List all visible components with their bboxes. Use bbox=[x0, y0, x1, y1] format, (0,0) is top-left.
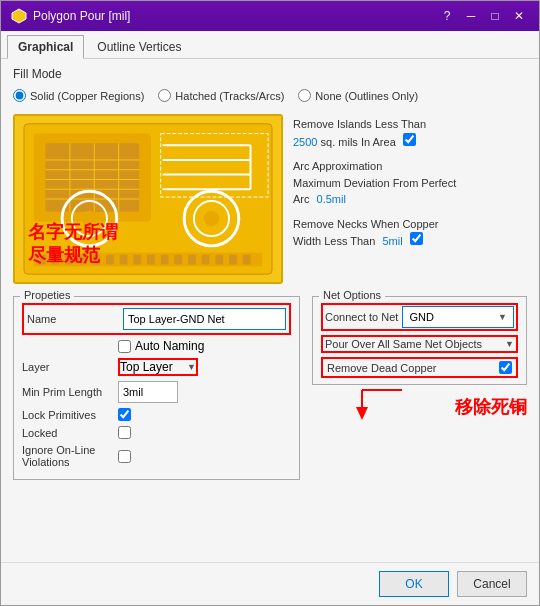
polygon-icon bbox=[11, 8, 27, 24]
right-info-panel: Remove Islands Less Than 2500 sq. mils I… bbox=[293, 114, 527, 284]
locked-label: Locked bbox=[22, 427, 112, 439]
net-options-section: Net Options Connect to Net GND ▼ Pour Ov… bbox=[312, 292, 527, 435]
title-bar: Polygon Pour [mil] ? ─ □ ✕ bbox=[1, 1, 539, 31]
net-options-box: Net Options Connect to Net GND ▼ Pour Ov… bbox=[312, 296, 527, 385]
pour-over-row: Pour Over All Same Net Objects ▼ bbox=[321, 335, 518, 353]
arc-approximation-info: Arc Approximation Maximum Deviation From… bbox=[293, 156, 527, 210]
tab-graphical[interactable]: Graphical bbox=[7, 35, 84, 59]
radio-hatched-input[interactable] bbox=[158, 89, 171, 102]
name-row: Name bbox=[22, 303, 291, 335]
lock-primitives-label: Lock Primitives bbox=[22, 409, 112, 421]
props-and-net: Propeties Name Auto Naming Layer bbox=[13, 292, 527, 480]
svg-rect-37 bbox=[188, 255, 196, 265]
help-button[interactable]: ? bbox=[437, 8, 457, 24]
remove-dead-checkbox[interactable] bbox=[499, 361, 512, 374]
bottom-bar: OK Cancel bbox=[1, 562, 539, 605]
minimize-button[interactable]: ─ bbox=[461, 8, 481, 24]
svg-rect-39 bbox=[215, 255, 223, 265]
radio-solid-input[interactable] bbox=[13, 89, 26, 102]
radio-solid[interactable]: Solid (Copper Regions) bbox=[13, 89, 144, 102]
connect-dropdown[interactable]: GND ▼ bbox=[402, 306, 514, 328]
svg-rect-35 bbox=[161, 255, 169, 265]
svg-text:名字无所谓: 名字无所谓 bbox=[27, 221, 118, 242]
main-content: Fill Mode Solid (Copper Regions) Hatched… bbox=[1, 59, 539, 562]
auto-naming-row: Auto Naming bbox=[118, 339, 291, 353]
connect-dropdown-arrow: ▼ bbox=[498, 312, 507, 322]
svg-rect-34 bbox=[147, 255, 155, 265]
remove-islands-info: Remove Islands Less Than 2500 sq. mils I… bbox=[293, 114, 527, 152]
connect-label: Connect to Net bbox=[325, 311, 398, 323]
tab-outline-vertices[interactable]: Outline Vertices bbox=[86, 35, 192, 58]
properties-box: Propeties Name Auto Naming Layer bbox=[13, 296, 300, 480]
ok-button[interactable]: OK bbox=[379, 571, 449, 597]
properties-section: Propeties Name Auto Naming Layer bbox=[13, 292, 300, 480]
title-bar-left: Polygon Pour [mil] bbox=[11, 8, 130, 24]
lock-primitives-row: Lock Primitives bbox=[22, 408, 291, 421]
fill-mode-label: Fill Mode bbox=[13, 67, 527, 81]
auto-naming-checkbox[interactable] bbox=[118, 340, 131, 353]
radio-none[interactable]: None (Outlines Only) bbox=[298, 89, 418, 102]
svg-rect-40 bbox=[229, 255, 237, 265]
svg-rect-32 bbox=[120, 255, 128, 265]
remove-dead-row: Remove Dead Copper bbox=[321, 357, 518, 378]
auto-naming-label: Auto Naming bbox=[135, 339, 204, 353]
svg-rect-33 bbox=[133, 255, 141, 265]
svg-rect-31 bbox=[106, 255, 114, 265]
ignore-row: Ignore On-Line Violations bbox=[22, 444, 291, 468]
pour-over-label: Pour Over All Same Net Objects bbox=[325, 338, 482, 350]
ignore-label: Ignore On-Line Violations bbox=[22, 444, 112, 468]
svg-rect-41 bbox=[243, 255, 251, 265]
ignore-checkbox[interactable] bbox=[118, 450, 131, 463]
svg-rect-36 bbox=[174, 255, 182, 265]
remove-dead-label: Remove Dead Copper bbox=[327, 362, 495, 374]
net-options-legend: Net Options bbox=[319, 289, 385, 301]
move-annotation: 移除死铜 bbox=[455, 395, 527, 419]
fill-mode-section: Fill Mode Solid (Copper Regions) Hatched… bbox=[13, 67, 527, 106]
remove-necks-info: Remove Necks When Copper Width Less Than… bbox=[293, 214, 527, 252]
radio-hatched[interactable]: Hatched (Tracks/Arcs) bbox=[158, 89, 284, 102]
locked-row: Locked bbox=[22, 426, 291, 439]
layer-row: Layer Top Layer ▼ bbox=[22, 358, 291, 376]
tabs-bar: Graphical Outline Vertices bbox=[1, 31, 539, 59]
pcb-preview: 名字无所谓 尽量规范 bbox=[13, 114, 283, 284]
arrow-svg bbox=[342, 385, 462, 435]
pcb-svg: 名字无所谓 尽量规范 bbox=[15, 116, 281, 282]
min-prim-label: Min Prim Length bbox=[22, 386, 112, 398]
title-buttons: ? ─ □ ✕ bbox=[437, 8, 529, 24]
lock-primitives-checkbox[interactable] bbox=[118, 408, 131, 421]
connect-to-net-row: Connect to Net GND ▼ bbox=[321, 303, 518, 331]
close-button[interactable]: ✕ bbox=[509, 8, 529, 24]
min-prim-row: Min Prim Length bbox=[22, 381, 291, 403]
dialog-polygon-pour: Polygon Pour [mil] ? ─ □ ✕ Graphical Out… bbox=[0, 0, 540, 606]
pcb-and-info: 名字无所谓 尽量规范 Remove Islands Less Than 2500… bbox=[13, 114, 527, 284]
layer-label: Layer bbox=[22, 361, 112, 373]
cancel-button[interactable]: Cancel bbox=[457, 571, 527, 597]
name-input[interactable] bbox=[123, 308, 286, 330]
properties-legend: Propeties bbox=[20, 289, 74, 301]
fill-mode-options: Solid (Copper Regions) Hatched (Tracks/A… bbox=[13, 85, 527, 106]
svg-text:尽量规范: 尽量规范 bbox=[27, 245, 101, 265]
radio-none-input[interactable] bbox=[298, 89, 311, 102]
locked-checkbox[interactable] bbox=[118, 426, 131, 439]
svg-marker-0 bbox=[12, 9, 26, 23]
annotation-area: 移除死铜 bbox=[312, 385, 527, 435]
min-prim-input[interactable] bbox=[118, 381, 178, 403]
layer-dropdown[interactable]: Top Layer ▼ bbox=[118, 358, 198, 376]
pour-over-arrow: ▼ bbox=[505, 339, 514, 349]
svg-point-18 bbox=[204, 211, 220, 227]
window-title: Polygon Pour [mil] bbox=[33, 9, 130, 23]
name-label: Name bbox=[27, 313, 117, 325]
remove-islands-checkbox[interactable] bbox=[403, 133, 416, 146]
layer-dropdown-arrow: ▼ bbox=[187, 362, 196, 372]
svg-rect-38 bbox=[202, 255, 210, 265]
svg-marker-46 bbox=[356, 407, 368, 420]
maximize-button[interactable]: □ bbox=[485, 8, 505, 24]
remove-necks-checkbox[interactable] bbox=[410, 232, 423, 245]
